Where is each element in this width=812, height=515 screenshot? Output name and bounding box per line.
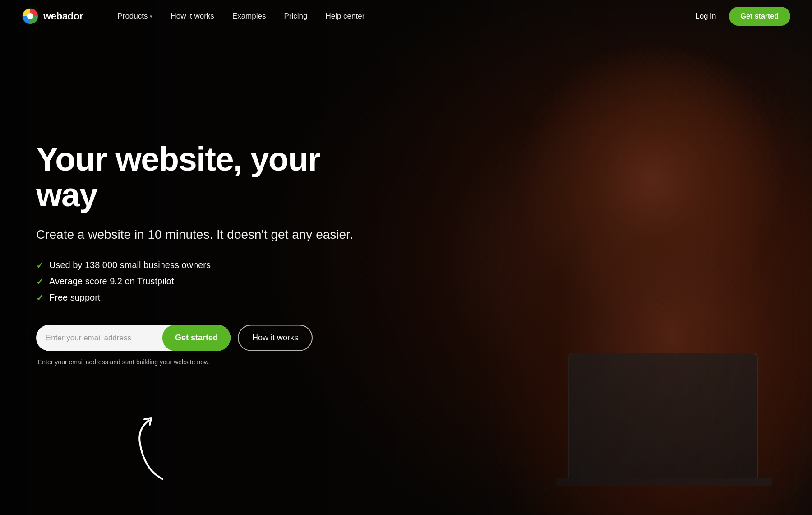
products-chevron-icon: ▾: [150, 14, 152, 19]
bullet-item-2: ✓ Average score 9.2 on Trustpilot: [36, 276, 361, 287]
logo-link[interactable]: webador: [22, 8, 83, 25]
brand-name: webador: [43, 10, 83, 22]
check-icon-1: ✓: [36, 260, 44, 270]
nav-item-products[interactable]: Products ▾: [110, 8, 160, 24]
nav-actions: Log in Get started: [688, 7, 790, 26]
hero-title: Your website, your way: [36, 141, 361, 213]
get-started-nav-button[interactable]: Get started: [729, 7, 790, 26]
bullet-text-3: Free support: [49, 292, 100, 303]
email-input[interactable]: [36, 325, 162, 351]
bullet-item-3: ✓ Free support: [36, 292, 361, 303]
cta-hint-text: Enter your email address and start build…: [38, 358, 361, 365]
hero-section: webador Products ▾ How it works Examples…: [0, 0, 812, 515]
get-started-hero-button[interactable]: Get started: [162, 325, 231, 351]
check-icon-2: ✓: [36, 276, 44, 287]
login-button[interactable]: Log in: [688, 8, 723, 24]
bullet-text-1: Used by 138,000 small business owners: [49, 260, 211, 270]
cta-row: Get started How it works: [36, 325, 361, 351]
bullet-text-2: Average score 9.2 on Trustpilot: [49, 276, 174, 287]
svg-point-1: [27, 13, 33, 19]
how-it-works-button[interactable]: How it works: [238, 325, 313, 351]
hero-content: Your website, your way Create a website …: [36, 141, 361, 365]
nav-item-examples[interactable]: Examples: [225, 8, 273, 24]
email-input-wrapper: Get started: [36, 325, 231, 351]
hero-bullets-list: ✓ Used by 138,000 small business owners …: [36, 260, 361, 303]
webador-logo-icon: [22, 8, 39, 25]
check-icon-3: ✓: [36, 292, 44, 303]
bullet-item-1: ✓ Used by 138,000 small business owners: [36, 260, 361, 270]
nav-links: Products ▾ How it works Examples Pricing…: [110, 8, 688, 24]
nav-item-help-center[interactable]: Help center: [318, 8, 372, 24]
hero-subtitle: Create a website in 10 minutes. It doesn…: [36, 226, 361, 243]
nav-item-pricing[interactable]: Pricing: [277, 8, 314, 24]
hero-arrow-illustration: [117, 416, 189, 488]
navbar: webador Products ▾ How it works Examples…: [0, 0, 812, 32]
nav-item-how-it-works[interactable]: How it works: [163, 8, 221, 24]
